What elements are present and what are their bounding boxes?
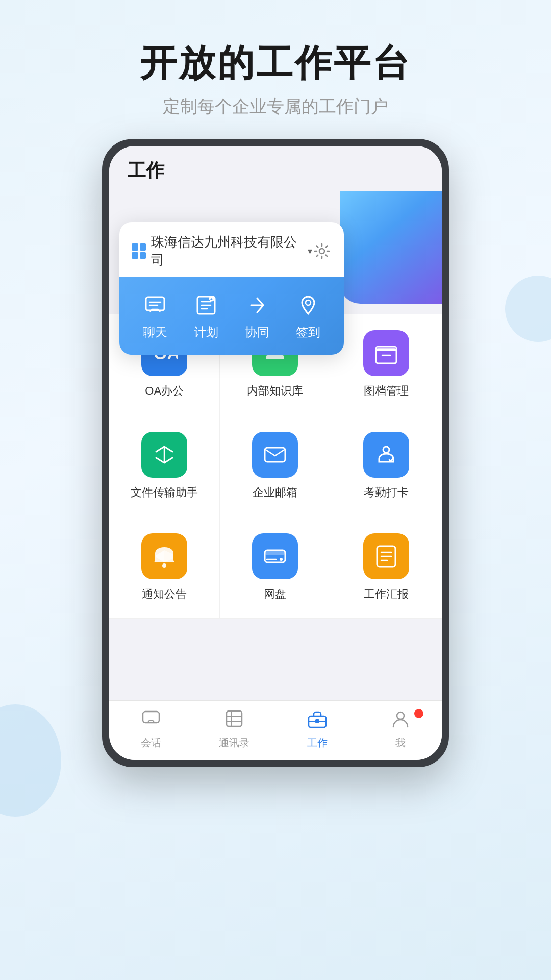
app-notice-label: 通知公告	[142, 586, 187, 602]
svg-point-21	[162, 564, 166, 568]
quick-actions-panel: 聊天 +	[119, 277, 344, 355]
company-grid-icon	[132, 243, 146, 259]
phone-top-banner	[340, 191, 442, 304]
app-attendance-label: 考勤打卡	[364, 485, 409, 500]
svg-rect-1	[146, 297, 164, 310]
hero-subtitle: 定制每个企业专属的工作门户	[0, 95, 551, 118]
phone-screen-title: 工作	[128, 158, 164, 183]
settings-gear-icon	[313, 242, 331, 260]
svg-rect-23	[265, 550, 285, 555]
disk-icon	[252, 533, 298, 579]
email-icon	[252, 432, 298, 478]
company-name-text: 珠海信达九州科技有限公司	[151, 233, 300, 269]
bottom-nav: 会话 通讯录	[109, 700, 442, 760]
nav-contacts-icon	[224, 709, 244, 733]
app-report[interactable]: 工作汇报	[331, 517, 442, 619]
app-disk[interactable]: 网盘	[220, 517, 331, 619]
quick-action-chat-label: 聊天	[143, 324, 167, 340]
report-icon	[363, 533, 409, 579]
nav-me[interactable]: 我	[359, 709, 442, 750]
app-knowledge-label: 内部知识库	[247, 383, 303, 399]
phone-inner-screen: 工作 珠海信达九州科技有限公司 ▾	[109, 146, 442, 760]
phone-top-area: 珠海信达九州科技有限公司 ▾	[109, 191, 442, 314]
company-card[interactable]: 珠海信达九州科技有限公司 ▾	[119, 222, 344, 355]
dropdown-arrow-icon[interactable]: ▾	[308, 246, 312, 257]
nav-contacts[interactable]: 通讯录	[192, 709, 276, 750]
quick-action-plan-label: 计划	[194, 324, 218, 340]
quick-action-collab-label: 协同	[245, 324, 269, 340]
nav-chat[interactable]: 会话	[109, 709, 192, 750]
app-email[interactable]: 企业邮箱	[220, 415, 331, 517]
svg-rect-16	[376, 347, 396, 351]
nav-chat-icon	[141, 709, 161, 733]
phone-outer-frame: 工作 珠海信达九州科技有限公司 ▾	[102, 139, 449, 767]
phone-bottom-spacer	[109, 619, 442, 700]
svg-rect-30	[143, 712, 159, 723]
app-disk-label: 网盘	[264, 586, 286, 602]
app-archive[interactable]: 图档管理	[331, 314, 442, 415]
quick-action-chat[interactable]: 聊天	[141, 291, 169, 340]
quick-action-checkin-label: 签到	[296, 324, 320, 340]
svg-rect-15	[376, 349, 396, 363]
svg-rect-19	[265, 448, 285, 462]
nav-chat-label: 会话	[141, 736, 161, 750]
quick-action-plan[interactable]: + 计划	[192, 291, 220, 340]
app-transfer-label: 文件传输助手	[131, 485, 198, 500]
chat-icon	[141, 291, 169, 319]
app-oa-label: OA办公	[145, 383, 184, 399]
collab-icon	[243, 291, 271, 319]
settings-button[interactable]	[312, 241, 332, 261]
attendance-icon	[363, 432, 409, 478]
quick-action-collab[interactable]: 协同	[243, 291, 271, 340]
app-archive-label: 图档管理	[364, 383, 409, 399]
transfer-icon	[141, 432, 187, 478]
svg-point-38	[397, 712, 404, 719]
quick-action-checkin[interactable]: 签到	[294, 291, 322, 340]
svg-point-0	[319, 249, 324, 254]
svg-point-10	[306, 300, 311, 305]
nav-work-icon	[308, 709, 327, 733]
svg-rect-12	[266, 355, 284, 359]
nav-me-badge	[414, 709, 423, 718]
nav-work[interactable]: 工作	[276, 709, 359, 750]
svg-text:+: +	[210, 297, 213, 302]
svg-rect-31	[227, 711, 242, 726]
nav-me-icon	[391, 709, 410, 733]
archive-icon	[363, 330, 409, 376]
app-report-label: 工作汇报	[364, 586, 409, 602]
phone-mockup: 工作 珠海信达九州科技有限公司 ▾	[0, 139, 551, 767]
nav-work-label: 工作	[307, 736, 328, 750]
svg-point-20	[383, 447, 389, 453]
nav-contacts-label: 通讯录	[219, 736, 249, 750]
hero-section: 开放的工作平台 定制每个企业专属的工作门户	[0, 0, 551, 118]
app-attendance[interactable]: 考勤打卡	[331, 415, 442, 517]
company-card-header: 珠海信达九州科技有限公司 ▾	[119, 222, 344, 277]
plan-icon: +	[192, 291, 220, 319]
checkin-icon	[294, 291, 322, 319]
app-transfer[interactable]: 文件传输助手	[109, 415, 220, 517]
notice-icon	[141, 533, 187, 579]
app-notice[interactable]: 通知公告	[109, 517, 220, 619]
app-grid: OA OA办公 内部知识库	[109, 314, 442, 619]
phone-header: 工作	[109, 146, 442, 191]
svg-rect-37	[315, 719, 319, 723]
nav-me-label: 我	[395, 736, 406, 750]
company-name-row: 珠海信达九州科技有限公司 ▾	[132, 233, 312, 269]
hero-title: 开放的工作平台	[0, 41, 551, 85]
app-email-label: 企业邮箱	[253, 485, 297, 500]
svg-point-24	[280, 558, 283, 561]
